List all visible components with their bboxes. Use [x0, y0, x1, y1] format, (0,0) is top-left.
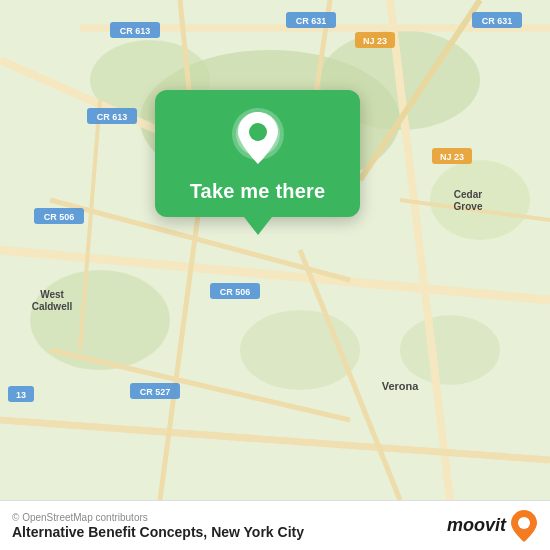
popup-card[interactable]: Take me there — [155, 90, 360, 217]
svg-text:CR 613: CR 613 — [120, 26, 151, 36]
osm-attribution: © OpenStreetMap contributors — [12, 512, 304, 523]
svg-text:West: West — [40, 289, 64, 300]
svg-text:CR 613: CR 613 — [97, 112, 128, 122]
svg-text:CR 506: CR 506 — [220, 287, 251, 297]
take-me-there-button[interactable]: Take me there — [190, 180, 326, 203]
svg-text:Cedar: Cedar — [454, 189, 482, 200]
map-container: CR 613 CR 631 CR 631 NJ 23 NJ 23 CR 613 … — [0, 0, 550, 500]
footer-info: © OpenStreetMap contributors Alternative… — [12, 512, 304, 540]
footer-bar: © OpenStreetMap contributors Alternative… — [0, 500, 550, 550]
svg-text:NJ 23: NJ 23 — [440, 152, 464, 162]
location-title: Alternative Benefit Concepts, New York C… — [12, 524, 304, 540]
moovit-brand-text: moovit — [447, 515, 506, 536]
moovit-logo: moovit — [447, 509, 538, 543]
svg-point-5 — [30, 270, 170, 370]
svg-point-50 — [518, 517, 530, 529]
svg-point-4 — [430, 160, 530, 240]
svg-text:CR 506: CR 506 — [44, 212, 75, 222]
svg-text:Grove: Grove — [454, 201, 483, 212]
svg-point-7 — [400, 315, 500, 385]
svg-text:13: 13 — [16, 390, 26, 400]
svg-text:NJ 23: NJ 23 — [363, 36, 387, 46]
svg-text:CR 631: CR 631 — [296, 16, 327, 26]
svg-text:CR 527: CR 527 — [140, 387, 171, 397]
svg-text:Caldwell: Caldwell — [32, 301, 73, 312]
svg-text:Verona: Verona — [382, 380, 420, 392]
location-pin-icon — [232, 108, 284, 170]
moovit-pin-icon — [510, 509, 538, 543]
svg-point-49 — [249, 123, 267, 141]
map-svg: CR 613 CR 631 CR 631 NJ 23 NJ 23 CR 613 … — [0, 0, 550, 500]
svg-text:CR 631: CR 631 — [482, 16, 513, 26]
